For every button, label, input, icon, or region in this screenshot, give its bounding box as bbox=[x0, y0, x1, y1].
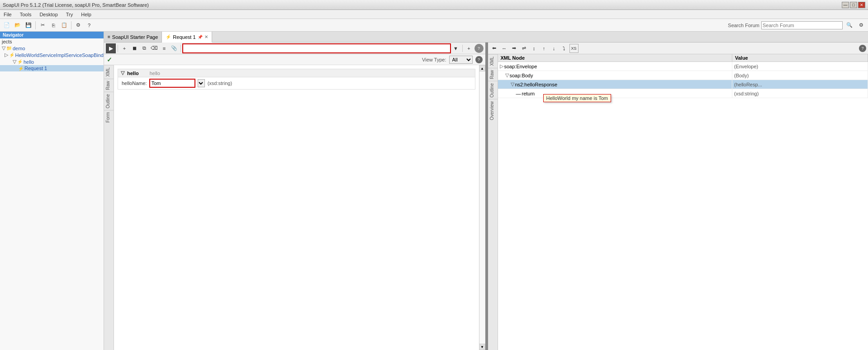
hello-expand-icon[interactable]: ▽ bbox=[13, 59, 16, 65]
resp-align-left-btn[interactable]: ⬅ bbox=[490, 44, 499, 53]
hello-name-dropdown[interactable] bbox=[198, 79, 205, 87]
url-input[interactable]: http://127.0.0.1:8080/services/helloWord bbox=[183, 44, 451, 53]
resp-indent-btn[interactable]: ↕ bbox=[530, 44, 539, 53]
view-type-bar: ✓ View Type: All Form XML Raw ? bbox=[104, 54, 485, 65]
tree-item-projects[interactable]: jects bbox=[0, 38, 104, 45]
resp-overview-label[interactable]: Overview bbox=[488, 99, 498, 122]
tab-bar: ≡ SoapUI Starter Page ⚡ Request 1 📌 ✕ bbox=[104, 32, 868, 43]
xml-value-return: (xsd:string) bbox=[732, 89, 868, 98]
xml-tree: XML Node Value ▷ soap:Envelope (Envelope… bbox=[498, 54, 868, 350]
tooltip-text: HelloWorld my name is Tom bbox=[546, 95, 608, 101]
hello-name-input[interactable] bbox=[150, 79, 195, 87]
resp-wrap-btn[interactable]: ⤵ bbox=[560, 44, 569, 53]
clone-btn[interactable]: ⧉ bbox=[140, 44, 149, 53]
add-endpoint-btn[interactable]: + bbox=[465, 44, 474, 53]
menu-try[interactable]: Try bbox=[64, 11, 75, 18]
resp-align-right-btn[interactable]: ➡ bbox=[510, 44, 519, 53]
add-request-btn[interactable]: + bbox=[120, 44, 129, 53]
preferences-button[interactable]: ⚙ bbox=[73, 20, 83, 30]
service-label: HelloWorldServiceImplServiceSoapBind bbox=[15, 52, 104, 58]
paste-button[interactable]: 📋 bbox=[59, 20, 69, 30]
request-scrollbar[interactable]: ▲ ▼ bbox=[479, 65, 485, 350]
xml-value-body: (Body) bbox=[732, 71, 868, 80]
xml-row-envelope[interactable]: ▷ soap:Envelope (Envelope) bbox=[498, 62, 868, 71]
hello-response-expand[interactable]: ▽ bbox=[511, 81, 514, 87]
resp-xml-label[interactable]: XML bbox=[488, 54, 498, 68]
request-toolbar: ▶ + ◼ ⧉ ⌫ ≡ 📎 http://127.0.0.1:8080/serv… bbox=[104, 43, 485, 54]
request-form-label[interactable]: Form bbox=[104, 110, 114, 124]
open-button[interactable]: 📂 bbox=[13, 20, 23, 30]
copy-button[interactable]: ⎘ bbox=[48, 20, 58, 30]
service-icon: ⚡ bbox=[9, 52, 14, 57]
return-dash: — bbox=[516, 91, 521, 96]
resp-outline-label[interactable]: Outline bbox=[488, 81, 498, 99]
search-button[interactable]: 🔍 bbox=[844, 20, 854, 30]
tree-item-service[interactable]: ▷ ⚡ HelloWorldServiceImplServiceSoapBind bbox=[0, 52, 104, 58]
save-button[interactable]: 💾 bbox=[24, 20, 33, 30]
resp-raw-label[interactable]: Raw bbox=[488, 68, 498, 81]
scroll-down-btn[interactable]: ▼ bbox=[479, 344, 485, 350]
new-button[interactable]: 📄 bbox=[2, 20, 12, 30]
resp-xs-btn[interactable]: XS bbox=[569, 44, 579, 53]
close-button[interactable]: ✕ bbox=[858, 2, 865, 8]
separator-1 bbox=[35, 21, 36, 29]
body-node-label: soap:Body bbox=[510, 73, 533, 78]
body-expand[interactable]: ▽ bbox=[505, 72, 509, 78]
help-button[interactable]: ? bbox=[84, 20, 94, 30]
format-btn[interactable]: ≡ bbox=[160, 44, 169, 53]
resp-sort-btn[interactable]: ↓ bbox=[550, 44, 559, 53]
view-help-btn[interactable]: ? bbox=[475, 56, 483, 63]
menu-tools[interactable]: Tools bbox=[18, 11, 33, 18]
search-area: Search Forum 🔍 ⚙ bbox=[728, 20, 866, 30]
menu-desktop[interactable]: Desktop bbox=[38, 11, 59, 18]
search-settings-button[interactable]: ⚙ bbox=[856, 20, 866, 30]
hello-subtitle: hello bbox=[150, 71, 160, 76]
panels-area: ▶ + ◼ ⧉ ⌫ ≡ 📎 http://127.0.0.1:8080/serv… bbox=[104, 43, 868, 350]
menu-file[interactable]: File bbox=[2, 11, 14, 18]
search-input[interactable] bbox=[761, 21, 843, 29]
clear-btn[interactable]: ⌫ bbox=[150, 44, 159, 53]
tree-item-request1[interactable]: ⚡ Request 1 bbox=[0, 65, 104, 71]
demo-icon: 📁 bbox=[6, 46, 12, 51]
return-node-label: return bbox=[522, 91, 535, 96]
response-panel-content: XML Raw Outline Overview XML Node Value bbox=[488, 54, 868, 350]
url-dropdown-btn[interactable]: ▼ bbox=[451, 44, 460, 53]
resp-align-center-btn[interactable]: ↔ bbox=[500, 44, 509, 53]
tree-item-hello[interactable]: ▽ ⚡ hello bbox=[0, 58, 104, 65]
tab-close-button[interactable]: ✕ bbox=[204, 34, 208, 39]
maximize-button[interactable]: □ bbox=[850, 2, 857, 8]
hello-response-node-label: ns2:helloResponse bbox=[515, 82, 558, 87]
xml-row-hello-response[interactable]: ▽ ns2:helloResponse (helloResp... bbox=[498, 80, 868, 89]
request-outline-label[interactable]: Outline bbox=[104, 92, 114, 110]
hello-name-label: helloName: bbox=[122, 80, 147, 86]
menu-help[interactable]: Help bbox=[79, 11, 93, 18]
minimize-button[interactable]: — bbox=[842, 2, 849, 8]
hello-section-expand[interactable]: ▽ bbox=[121, 70, 124, 76]
resp-help-btn[interactable]: ? bbox=[859, 45, 866, 52]
resp-justify-btn[interactable]: ⇌ bbox=[520, 44, 529, 53]
view-type-select[interactable]: All Form XML Raw bbox=[449, 56, 473, 64]
xml-value-header: Value bbox=[732, 54, 868, 61]
attach-btn[interactable]: 📎 bbox=[170, 44, 179, 53]
request-help-btn[interactable]: ? bbox=[474, 44, 484, 53]
scroll-up-btn[interactable]: ▲ bbox=[479, 65, 485, 71]
request-raw-label[interactable]: Raw bbox=[104, 79, 114, 92]
cancel-btn[interactable]: ◼ bbox=[130, 44, 139, 53]
request-xml-label[interactable]: XML bbox=[104, 65, 114, 79]
starter-page-icon: ≡ bbox=[108, 34, 110, 39]
demo-expand-icon[interactable]: ▽ bbox=[2, 45, 5, 51]
hello-name-type: (xsd:string) bbox=[208, 80, 232, 86]
run-button[interactable]: ▶ bbox=[106, 43, 116, 53]
resp-outdent-btn[interactable]: ↑ bbox=[540, 44, 549, 53]
cut-button[interactable]: ✂ bbox=[38, 20, 47, 30]
projects-label: jects bbox=[2, 39, 12, 44]
xml-row-body[interactable]: ▽ soap:Body (Body) bbox=[498, 71, 868, 80]
tab-starter-page[interactable]: ≡ SoapUI Starter Page bbox=[104, 32, 162, 42]
title-bar: SoapUI Pro 5.1.2 (Trial License, soapUI … bbox=[0, 0, 868, 10]
tab-request1[interactable]: ⚡ Request 1 📌 ✕ bbox=[162, 32, 212, 43]
tree-item-demo[interactable]: ▽ 📁 demo bbox=[0, 45, 104, 52]
right-area: ≡ SoapUI Starter Page ⚡ Request 1 📌 ✕ ▶ … bbox=[104, 32, 868, 350]
service-expand-icon[interactable]: ▷ bbox=[5, 52, 8, 58]
envelope-expand[interactable]: ▷ bbox=[500, 63, 503, 69]
hello-section: ▽ hello hello helloName: (xsd:string) bbox=[118, 69, 475, 90]
